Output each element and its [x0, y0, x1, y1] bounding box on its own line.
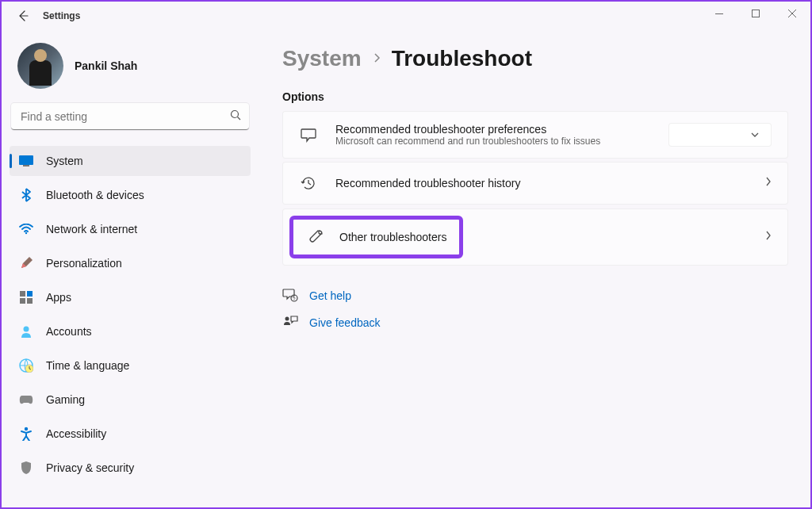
sidebar-item-label: Time & language	[46, 359, 129, 372]
svg-rect-0	[715, 13, 723, 14]
apps-icon	[19, 290, 33, 304]
sidebar-item-apps[interactable]: Apps	[10, 282, 251, 312]
search-input[interactable]	[11, 103, 249, 130]
svg-rect-7	[27, 291, 33, 297]
gaming-icon	[19, 392, 33, 407]
sidebar-item-label: Privacy & security	[46, 461, 134, 474]
window-title: Settings	[43, 10, 80, 21]
card-title: Other troubleshooters	[339, 231, 446, 243]
breadcrumb-current: Troubleshoot	[392, 46, 532, 71]
highlight-box: Other troubleshooters	[289, 216, 463, 258]
card-title: Recommended troubleshooter preferences	[335, 123, 668, 136]
user-name: Pankil Shah	[75, 59, 137, 72]
minimize-button[interactable]	[701, 2, 737, 25]
time-language-icon	[19, 358, 33, 373]
svg-point-16	[285, 317, 289, 321]
avatar	[17, 43, 63, 89]
sidebar-item-gaming[interactable]: Gaming	[10, 385, 251, 415]
sidebar-item-label: Apps	[46, 291, 71, 304]
sidebar-item-label: Gaming	[46, 393, 85, 406]
chevron-right-icon	[765, 176, 772, 190]
sidebar: Pankil Shah System Bluetooth & devices	[10, 40, 255, 507]
accounts-icon	[19, 324, 33, 339]
sidebar-item-privacy[interactable]: Privacy & security	[10, 453, 251, 483]
svg-rect-6	[20, 291, 25, 297]
system-icon	[19, 154, 33, 168]
close-button[interactable]	[774, 2, 810, 25]
titlebar: Settings	[2, 2, 810, 30]
svg-point-2	[232, 111, 239, 118]
wrench-icon	[306, 228, 325, 247]
sidebar-item-label: Personalization	[46, 257, 122, 270]
chevron-right-icon	[373, 51, 381, 67]
search-icon	[230, 109, 241, 124]
chevron-right-icon	[765, 230, 772, 244]
wifi-icon	[19, 222, 33, 236]
sidebar-item-label: Accounts	[46, 325, 92, 338]
sidebar-item-personalization[interactable]: Personalization	[10, 248, 251, 278]
svg-rect-4	[23, 165, 29, 166]
card-recommended-history[interactable]: Recommended troubleshooter history	[282, 162, 788, 205]
svg-rect-8	[20, 298, 25, 304]
feedback-icon	[282, 315, 298, 331]
sidebar-item-label: Network & internet	[46, 223, 137, 235]
get-help-link[interactable]: ? Get help	[282, 288, 788, 304]
card-title: Recommended troubleshooter history	[335, 177, 765, 189]
chat-icon	[299, 125, 318, 144]
sidebar-item-time-language[interactable]: Time & language	[10, 350, 251, 381]
svg-rect-9	[27, 298, 33, 304]
maximize-button[interactable]	[737, 2, 774, 25]
svg-point-10	[24, 327, 29, 332]
back-button[interactable]	[13, 6, 32, 25]
window-controls	[701, 2, 810, 25]
sidebar-item-network[interactable]: Network & internet	[10, 214, 251, 244]
breadcrumb-parent[interactable]: System	[282, 46, 362, 71]
user-profile[interactable]: Pankil Shah	[10, 40, 251, 103]
give-feedback-link[interactable]: Give feedback	[282, 315, 788, 331]
svg-rect-1	[753, 10, 760, 17]
help-icon: ?	[282, 288, 298, 304]
svg-point-5	[25, 232, 27, 234]
sidebar-item-label: System	[46, 155, 83, 167]
card-recommended-preferences[interactable]: Recommended troubleshooter preferences M…	[282, 111, 788, 159]
section-title: Options	[282, 90, 788, 103]
svg-point-13	[25, 427, 28, 431]
help-link-text: Get help	[309, 289, 351, 302]
history-icon	[299, 174, 318, 193]
nav-list: System Bluetooth & devices Network & int…	[10, 146, 251, 483]
sidebar-item-system[interactable]: System	[10, 146, 251, 176]
svg-rect-3	[19, 155, 33, 165]
help-link-text: Give feedback	[309, 316, 381, 329]
help-links: ? Get help Give feedback	[282, 288, 788, 331]
sidebar-item-label: Bluetooth & devices	[46, 189, 144, 201]
card-other-troubleshooters[interactable]: Other troubleshooters	[282, 209, 788, 266]
sidebar-item-label: Accessibility	[46, 427, 106, 440]
card-subtitle: Microsoft can recommend and run troubles…	[335, 136, 668, 147]
chevron-down-icon	[750, 132, 760, 138]
sidebar-item-bluetooth[interactable]: Bluetooth & devices	[10, 180, 251, 210]
search-container	[11, 103, 249, 130]
privacy-icon	[19, 461, 33, 475]
main-content: System Troubleshoot Options Recommended …	[255, 40, 802, 507]
sidebar-item-accounts[interactable]: Accounts	[10, 316, 251, 346]
dropdown-control[interactable]	[668, 123, 772, 147]
sidebar-item-accessibility[interactable]: Accessibility	[10, 419, 251, 449]
bluetooth-icon	[19, 188, 33, 202]
personalization-icon	[19, 256, 33, 270]
breadcrumb: System Troubleshoot	[282, 46, 788, 71]
accessibility-icon	[19, 427, 33, 441]
